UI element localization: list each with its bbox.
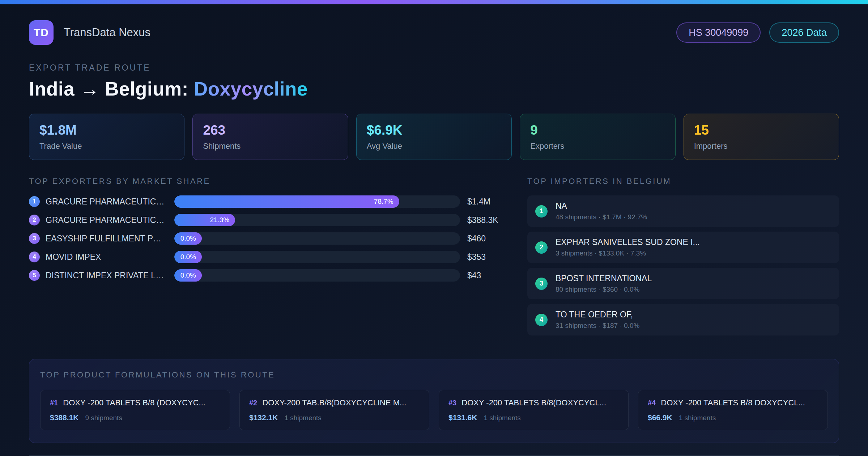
importer-name: BPOST INTERNATIONAL	[556, 274, 652, 283]
stat-cards: $1.8M Trade Value 263 Shipments $6.9K Av…	[29, 114, 839, 160]
stat-value: 9	[530, 123, 665, 138]
stat-label: Shipments	[203, 142, 337, 151]
rank-badge: 4	[29, 252, 40, 262]
dashboard-page: TD TransData Nexus HS 30049099 2026 Data…	[0, 0, 868, 456]
exporter-name: GRACURE PHARMACEUTICALS LI...	[46, 215, 165, 225]
stat-value: 263	[203, 123, 337, 138]
formulation-shipments: 1 shipments	[284, 414, 321, 422]
exporter-row[interactable]: 5 DISTINCT IMPEX PRIVATE LIM... 0.0% $43	[29, 269, 506, 282]
stat-label: Avg Value	[367, 142, 501, 151]
rank-badge: 3	[29, 233, 40, 244]
importer-card[interactable]: 4 TO THE OEDER OF, 31 shipments · $187 ·…	[527, 304, 839, 335]
formulation-card[interactable]: #4 DOXY -200 TABLETS B/8 DOXYCYCL... $66…	[638, 390, 828, 430]
brand: TD TransData Nexus	[29, 20, 150, 45]
rank-badge: 5	[29, 270, 40, 281]
exporters-section: TOP EXPORTERS BY MARKET SHARE 1 GRACURE …	[29, 177, 506, 340]
exporter-value: $388.3K	[467, 215, 506, 225]
formulation-name: DOXY-200 TAB.B/8(DOXYCYCLINE M...	[262, 398, 406, 408]
market-share-bar-track: 0.0%	[174, 232, 460, 245]
market-share-bar: 78.7%	[174, 195, 399, 208]
formulation-rank: #1	[50, 399, 58, 407]
exporter-name: MOVID IMPEX	[46, 252, 165, 262]
exporter-row[interactable]: 3 EASYSHIP FULFILLMENT PRIVA... 0.0% $46…	[29, 232, 506, 245]
share-percent-label: 0.0%	[180, 253, 196, 261]
importer-name: TO THE OEDER OF,	[556, 310, 639, 320]
market-share-bar-track: 0.0%	[174, 251, 460, 263]
formulation-shipments: 1 shipments	[679, 414, 716, 422]
importers-section: TOP IMPORTERS IN BELGIUM 1 NA 48 shipmen…	[527, 177, 839, 340]
exporter-value: $353	[467, 252, 506, 262]
rank-badge: 2	[535, 241, 548, 254]
share-percent-label: 0.0%	[180, 235, 196, 242]
importer-card[interactable]: 2 EXPHAR SANIVELLES SUD ZONE I... 3 ship…	[527, 232, 839, 263]
formulation-value: $66.9K	[648, 413, 672, 422]
stat-card-exporters: 9 Exporters	[520, 114, 675, 160]
stat-label: Trade Value	[39, 142, 174, 151]
header: TD TransData Nexus HS 30049099 2026 Data	[29, 20, 839, 45]
importer-card[interactable]: 3 BPOST INTERNATIONAL 80 shipments · $36…	[527, 268, 839, 299]
header-badges: HS 30049099 2026 Data	[676, 22, 839, 43]
formulation-rank: #3	[448, 399, 456, 407]
exporter-name: EASYSHIP FULFILLMENT PRIVA...	[46, 234, 165, 244]
exporter-value: $43	[467, 271, 506, 280]
market-share-bar-track: 78.7%	[174, 195, 460, 208]
importers-heading: TOP IMPORTERS IN BELGIUM	[527, 177, 839, 186]
formulations-heading: TOP PRODUCT FORMULATIONS ON THIS ROUTE	[40, 370, 828, 380]
exporter-row[interactable]: 1 GRACURE PHARMACEUTICALS LI... 78.7% $1…	[29, 195, 506, 208]
exporter-value: $1.4M	[467, 197, 506, 207]
formulation-card[interactable]: #2 DOXY-200 TAB.B/8(DOXYCYCLINE M... $13…	[239, 390, 429, 430]
formulation-card[interactable]: #1 DOXY -200 TABLETS B/8 (DOXYCYC... $38…	[40, 390, 230, 430]
market-share-bar: 21.3%	[174, 214, 235, 226]
formulation-rank: #2	[249, 399, 257, 407]
formulation-value: $388.1K	[50, 413, 78, 422]
stat-card-shipments: 263 Shipments	[192, 114, 348, 160]
page-title: India → Belgium: Doxycycline	[29, 78, 839, 100]
stat-value: $6.9K	[367, 123, 501, 138]
formulation-value: $131.6K	[448, 413, 477, 422]
stat-value: 15	[694, 123, 829, 138]
formulation-card[interactable]: #3 DOXY -200 TABLETS B/8(DOXYCYCL... $13…	[439, 390, 629, 430]
exporter-row[interactable]: 4 MOVID IMPEX 0.0% $353	[29, 251, 506, 263]
exporter-name: DISTINCT IMPEX PRIVATE LIM...	[46, 271, 165, 280]
formulations-panel: TOP PRODUCT FORMULATIONS ON THIS ROUTE #…	[29, 359, 839, 443]
formulation-name: DOXY -200 TABLETS B/8 DOXYCYCL...	[661, 398, 805, 408]
top-accent-bar	[0, 0, 868, 4]
importer-card[interactable]: 1 NA 48 shipments · $1.7M · 92.7%	[527, 195, 839, 227]
rank-badge: 1	[535, 205, 548, 218]
exporters-heading: TOP EXPORTERS BY MARKET SHARE	[29, 177, 506, 186]
importer-details: 31 shipments · $187 · 0.0%	[556, 322, 639, 330]
stat-value: $1.8M	[39, 123, 174, 138]
rank-badge: 1	[29, 196, 40, 207]
importer-details: 48 shipments · $1.7M · 92.7%	[556, 213, 647, 221]
logo-mark: TD	[29, 20, 54, 45]
stat-card-importers: 15 Importers	[684, 114, 839, 160]
formulation-shipments: 1 shipments	[484, 414, 520, 422]
share-percent-label: 78.7%	[374, 198, 393, 206]
market-share-bar-track: 21.3%	[174, 214, 460, 226]
brand-name: TransData Nexus	[64, 26, 150, 39]
exporter-value: $460	[467, 234, 506, 244]
formulation-shipments: 9 shipments	[85, 414, 122, 422]
share-percent-label: 21.3%	[210, 216, 229, 224]
hs-code-badge[interactable]: HS 30049099	[676, 22, 761, 43]
importer-name: NA	[556, 201, 647, 211]
exporter-row[interactable]: 2 GRACURE PHARMACEUTICALS LI... 21.3% $3…	[29, 214, 506, 226]
eyebrow-label: EXPORT TRADE ROUTE	[29, 63, 839, 73]
importer-details: 80 shipments · $360 · 0.0%	[556, 286, 652, 294]
product-name: Doxycycline	[194, 78, 308, 100]
stat-label: Exporters	[530, 142, 665, 151]
stat-card-avg-value: $6.9K Avg Value	[356, 114, 512, 160]
formulation-name: DOXY -200 TABLETS B/8 (DOXYCYC...	[63, 398, 205, 408]
rank-badge: 3	[535, 278, 548, 290]
market-share-bar-track: 0.0%	[174, 269, 460, 282]
importer-details: 3 shipments · $133.0K · 7.3%	[556, 249, 700, 257]
stat-label: Importers	[694, 142, 829, 151]
data-year-badge[interactable]: 2026 Data	[769, 22, 839, 43]
market-share-bar: 0.0%	[174, 232, 202, 245]
market-share-bar: 0.0%	[174, 251, 202, 263]
formulation-name: DOXY -200 TABLETS B/8(DOXYCYCL...	[461, 398, 606, 408]
route-text: India → Belgium:	[29, 78, 188, 100]
importer-name: EXPHAR SANIVELLES SUD ZONE I...	[556, 237, 700, 247]
rank-badge: 4	[535, 314, 548, 326]
exporter-name: GRACURE PHARMACEUTICALS LI...	[46, 197, 165, 207]
